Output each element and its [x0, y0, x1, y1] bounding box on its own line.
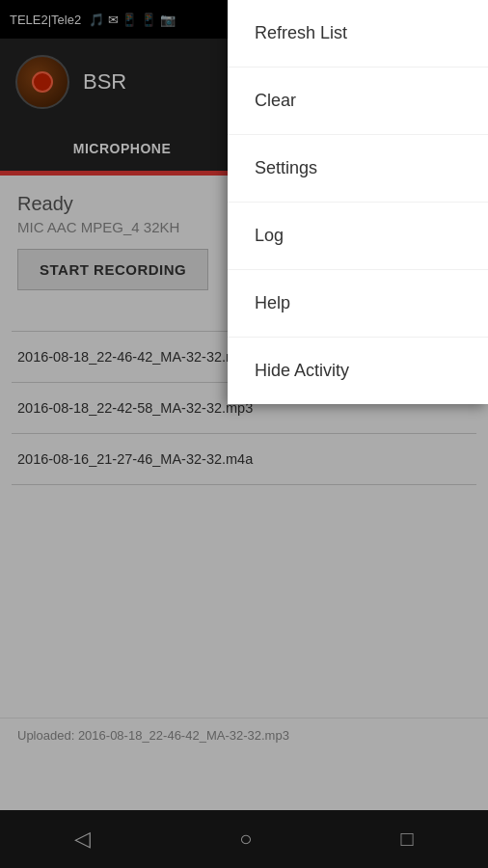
dropdown-refresh-list[interactable]: Refresh List: [228, 0, 488, 68]
dropdown-menu: Refresh List Clear Settings Log Help Hid…: [228, 0, 488, 404]
dropdown-settings[interactable]: Settings: [228, 135, 488, 203]
dropdown-clear[interactable]: Clear: [228, 68, 488, 135]
dropdown-help[interactable]: Help: [228, 270, 488, 338]
dropdown-log[interactable]: Log: [228, 203, 488, 270]
dropdown-hide-activity[interactable]: Hide Activity: [228, 338, 488, 404]
